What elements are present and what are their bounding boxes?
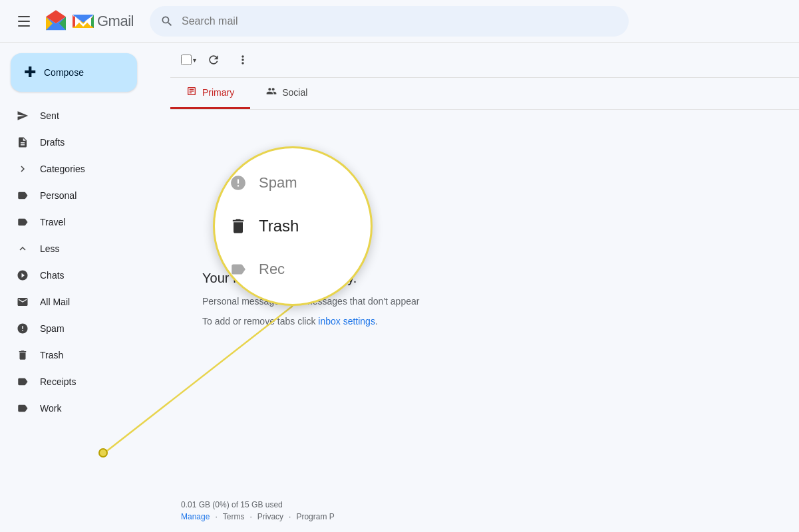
select-all-checkbox[interactable] (181, 55, 192, 65)
sidebar-item-sent-label: Sent (40, 110, 149, 121)
trash-icon (16, 349, 29, 361)
more-options-button[interactable] (231, 48, 255, 72)
drafts-icon (16, 136, 29, 148)
tab-social-label: Social (282, 87, 307, 98)
program-link[interactable]: Program P (296, 512, 334, 521)
sidebar-item-travel-label: Travel (40, 217, 149, 227)
compose-label: Compose (44, 67, 84, 78)
social-tab-icon (266, 86, 277, 99)
sidebar-item-categories[interactable]: Categories (0, 156, 160, 182)
sidebar-item-work-label: Work (40, 403, 149, 414)
gmail-logo-text: Gmail (72, 9, 134, 33)
sidebar-item-personal[interactable]: Personal (0, 182, 160, 209)
gmail-logo[interactable]: Gmail (43, 8, 134, 35)
sidebar-item-allmail[interactable]: All Mail (0, 289, 160, 315)
svg-rect-3 (190, 92, 192, 93)
empty-state: Your Primary tab is empty. Personal mess… (170, 110, 799, 495)
tab-primary[interactable]: Primary (170, 78, 250, 109)
sidebar-item-drafts[interactable]: Drafts (0, 129, 160, 156)
sidebar-item-allmail-label: All Mail (40, 297, 149, 307)
svg-rect-1 (190, 89, 194, 90)
footer: 0.01 GB (0%) of 15 GB used Manage · Term… (170, 495, 799, 532)
work-icon (16, 402, 29, 414)
topbar: Gmail (0, 0, 799, 43)
sidebar-item-work[interactable]: Work (0, 395, 160, 422)
inbox-settings-suffix: . (375, 316, 378, 327)
search-input[interactable] (182, 15, 618, 27)
search-bar[interactable] (150, 6, 629, 37)
primary-tab-icon (186, 86, 197, 99)
inbox-settings-link[interactable]: inbox settings (318, 316, 375, 327)
footer-separator-1: · (215, 512, 217, 521)
compose-button[interactable]: ✚ Compose (11, 53, 137, 92)
empty-desc-text: Personal messages and messages that don'… (202, 296, 419, 307)
storage-text: 0.01 GB (0%) of 15 GB used (181, 500, 283, 509)
less-expand-icon (16, 243, 29, 255)
select-all-wrap[interactable]: ▾ (181, 55, 196, 65)
sidebar-item-chats-label: Chats (40, 270, 149, 281)
sidebar-item-sent[interactable]: Sent (0, 102, 160, 129)
compose-plus-icon: ✚ (24, 64, 36, 81)
main-content: ▾ Primary Social (170, 43, 799, 532)
travel-label-icon (16, 216, 29, 228)
storage-info: 0.01 GB (0%) of 15 GB used (181, 500, 788, 509)
toolbar: ▾ (170, 43, 799, 78)
sidebar-item-personal-label: Personal (40, 190, 149, 201)
footer-row: Manage · Terms · Privacy · Program P (181, 512, 788, 521)
sidebar-item-trash-label: Trash (40, 350, 149, 360)
sidebar-item-categories-label: Categories (40, 164, 149, 174)
svg-rect-2 (190, 90, 194, 91)
search-icon (160, 15, 174, 28)
spam-icon (16, 323, 29, 334)
categories-expand-icon (16, 163, 29, 175)
hamburger-button[interactable] (11, 8, 37, 35)
personal-label-icon (16, 190, 29, 201)
sidebar-item-less[interactable]: Less (0, 235, 160, 262)
sidebar-item-receipts-label: Receipts (40, 376, 149, 387)
sidebar-item-spam[interactable]: Spam (0, 315, 160, 342)
footer-separator-3: · (289, 512, 291, 521)
tabs-row: Primary Social (170, 78, 799, 110)
empty-state-title: Your Primary tab is empty. (202, 271, 767, 286)
tab-primary-label: Primary (202, 87, 234, 98)
refresh-button[interactable] (202, 48, 226, 72)
sidebar-item-spam-label: Spam (40, 323, 149, 334)
allmail-icon (16, 296, 29, 308)
sidebar-item-drafts-label: Drafts (40, 137, 149, 148)
empty-state-desc: Personal messages and messages that don'… (202, 294, 767, 309)
terms-link[interactable]: Terms (223, 512, 245, 521)
sidebar-item-travel[interactable]: Travel (0, 209, 160, 235)
main-layout: ✚ Compose Sent Drafts Categories (0, 43, 799, 532)
sidebar-item-less-label: Less (40, 243, 149, 254)
sidebar: ✚ Compose Sent Drafts Categories (0, 43, 170, 532)
tab-note-prefix: To add or remove tabs click (202, 316, 318, 327)
select-dropdown-icon[interactable]: ▾ (193, 57, 196, 64)
tab-social[interactable]: Social (250, 78, 323, 109)
sent-icon (16, 110, 29, 122)
app-name: Gmail (97, 13, 134, 30)
chats-icon (16, 269, 29, 281)
sidebar-item-receipts[interactable]: Receipts (0, 368, 160, 395)
sidebar-item-chats[interactable]: Chats (0, 262, 160, 289)
sidebar-item-trash[interactable]: Trash (0, 342, 160, 368)
empty-state-settings-note: To add or remove tabs click inbox settin… (202, 314, 767, 329)
footer-separator-2: · (249, 512, 251, 521)
manage-link[interactable]: Manage (181, 512, 210, 521)
privacy-link[interactable]: Privacy (257, 512, 283, 521)
receipts-icon (16, 376, 29, 388)
